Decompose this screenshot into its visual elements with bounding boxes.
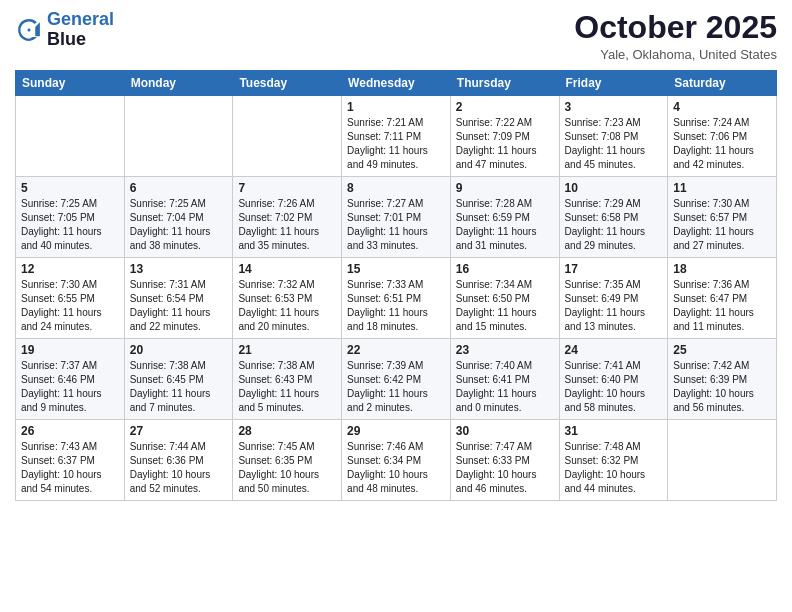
- table-cell: 31Sunrise: 7:48 AMSunset: 6:32 PMDayligh…: [559, 420, 668, 501]
- cell-info: Sunrise: 7:28 AMSunset: 6:59 PMDaylight:…: [456, 197, 554, 253]
- table-cell: 7Sunrise: 7:26 AMSunset: 7:02 PMDaylight…: [233, 177, 342, 258]
- day-number: 10: [565, 181, 663, 195]
- day-number: 19: [21, 343, 119, 357]
- cell-info: Sunrise: 7:34 AMSunset: 6:50 PMDaylight:…: [456, 278, 554, 334]
- table-cell: 25Sunrise: 7:42 AMSunset: 6:39 PMDayligh…: [668, 339, 777, 420]
- day-number: 29: [347, 424, 445, 438]
- table-cell: 1Sunrise: 7:21 AMSunset: 7:11 PMDaylight…: [342, 96, 451, 177]
- day-number: 26: [21, 424, 119, 438]
- cell-info: Sunrise: 7:46 AMSunset: 6:34 PMDaylight:…: [347, 440, 445, 496]
- col-thursday: Thursday: [450, 71, 559, 96]
- cell-info: Sunrise: 7:24 AMSunset: 7:06 PMDaylight:…: [673, 116, 771, 172]
- week-row-1: 1Sunrise: 7:21 AMSunset: 7:11 PMDaylight…: [16, 96, 777, 177]
- cell-info: Sunrise: 7:47 AMSunset: 6:33 PMDaylight:…: [456, 440, 554, 496]
- day-number: 27: [130, 424, 228, 438]
- cell-info: Sunrise: 7:25 AMSunset: 7:04 PMDaylight:…: [130, 197, 228, 253]
- cell-info: Sunrise: 7:30 AMSunset: 6:57 PMDaylight:…: [673, 197, 771, 253]
- month-title: October 2025: [574, 10, 777, 45]
- logo-text: General Blue: [47, 10, 114, 50]
- day-number: 25: [673, 343, 771, 357]
- table-cell: 15Sunrise: 7:33 AMSunset: 6:51 PMDayligh…: [342, 258, 451, 339]
- table-cell: 10Sunrise: 7:29 AMSunset: 6:58 PMDayligh…: [559, 177, 668, 258]
- table-cell: 22Sunrise: 7:39 AMSunset: 6:42 PMDayligh…: [342, 339, 451, 420]
- cell-info: Sunrise: 7:22 AMSunset: 7:09 PMDaylight:…: [456, 116, 554, 172]
- cell-info: Sunrise: 7:39 AMSunset: 6:42 PMDaylight:…: [347, 359, 445, 415]
- cell-info: Sunrise: 7:23 AMSunset: 7:08 PMDaylight:…: [565, 116, 663, 172]
- table-cell: 5Sunrise: 7:25 AMSunset: 7:05 PMDaylight…: [16, 177, 125, 258]
- cell-info: Sunrise: 7:27 AMSunset: 7:01 PMDaylight:…: [347, 197, 445, 253]
- header: General Blue October 2025 Yale, Oklahoma…: [15, 10, 777, 62]
- cell-info: Sunrise: 7:32 AMSunset: 6:53 PMDaylight:…: [238, 278, 336, 334]
- day-number: 30: [456, 424, 554, 438]
- day-number: 6: [130, 181, 228, 195]
- table-cell: 27Sunrise: 7:44 AMSunset: 6:36 PMDayligh…: [124, 420, 233, 501]
- day-number: 13: [130, 262, 228, 276]
- week-row-2: 5Sunrise: 7:25 AMSunset: 7:05 PMDaylight…: [16, 177, 777, 258]
- day-number: 1: [347, 100, 445, 114]
- cell-info: Sunrise: 7:41 AMSunset: 6:40 PMDaylight:…: [565, 359, 663, 415]
- table-cell: 2Sunrise: 7:22 AMSunset: 7:09 PMDaylight…: [450, 96, 559, 177]
- cell-info: Sunrise: 7:38 AMSunset: 6:43 PMDaylight:…: [238, 359, 336, 415]
- cell-info: Sunrise: 7:30 AMSunset: 6:55 PMDaylight:…: [21, 278, 119, 334]
- table-cell: 23Sunrise: 7:40 AMSunset: 6:41 PMDayligh…: [450, 339, 559, 420]
- table-cell: 9Sunrise: 7:28 AMSunset: 6:59 PMDaylight…: [450, 177, 559, 258]
- cell-info: Sunrise: 7:38 AMSunset: 6:45 PMDaylight:…: [130, 359, 228, 415]
- cell-info: Sunrise: 7:33 AMSunset: 6:51 PMDaylight:…: [347, 278, 445, 334]
- col-wednesday: Wednesday: [342, 71, 451, 96]
- location: Yale, Oklahoma, United States: [574, 47, 777, 62]
- day-number: 18: [673, 262, 771, 276]
- day-number: 16: [456, 262, 554, 276]
- logo-line1: General: [47, 9, 114, 29]
- table-cell: 12Sunrise: 7:30 AMSunset: 6:55 PMDayligh…: [16, 258, 125, 339]
- table-cell: [16, 96, 125, 177]
- week-row-3: 12Sunrise: 7:30 AMSunset: 6:55 PMDayligh…: [16, 258, 777, 339]
- page: General Blue October 2025 Yale, Oklahoma…: [0, 0, 792, 612]
- cell-info: Sunrise: 7:35 AMSunset: 6:49 PMDaylight:…: [565, 278, 663, 334]
- cell-info: Sunrise: 7:25 AMSunset: 7:05 PMDaylight:…: [21, 197, 119, 253]
- day-number: 7: [238, 181, 336, 195]
- table-cell: 3Sunrise: 7:23 AMSunset: 7:08 PMDaylight…: [559, 96, 668, 177]
- cell-info: Sunrise: 7:48 AMSunset: 6:32 PMDaylight:…: [565, 440, 663, 496]
- calendar-header-row: Sunday Monday Tuesday Wednesday Thursday…: [16, 71, 777, 96]
- table-cell: 21Sunrise: 7:38 AMSunset: 6:43 PMDayligh…: [233, 339, 342, 420]
- day-number: 28: [238, 424, 336, 438]
- day-number: 8: [347, 181, 445, 195]
- day-number: 5: [21, 181, 119, 195]
- table-cell: 24Sunrise: 7:41 AMSunset: 6:40 PMDayligh…: [559, 339, 668, 420]
- cell-info: Sunrise: 7:26 AMSunset: 7:02 PMDaylight:…: [238, 197, 336, 253]
- day-number: 4: [673, 100, 771, 114]
- day-number: 24: [565, 343, 663, 357]
- table-cell: 28Sunrise: 7:45 AMSunset: 6:35 PMDayligh…: [233, 420, 342, 501]
- table-cell: 29Sunrise: 7:46 AMSunset: 6:34 PMDayligh…: [342, 420, 451, 501]
- day-number: 9: [456, 181, 554, 195]
- cell-info: Sunrise: 7:21 AMSunset: 7:11 PMDaylight:…: [347, 116, 445, 172]
- col-monday: Monday: [124, 71, 233, 96]
- cell-info: Sunrise: 7:29 AMSunset: 6:58 PMDaylight:…: [565, 197, 663, 253]
- logo-line2: Blue: [47, 30, 114, 50]
- day-number: 21: [238, 343, 336, 357]
- cell-info: Sunrise: 7:45 AMSunset: 6:35 PMDaylight:…: [238, 440, 336, 496]
- day-number: 17: [565, 262, 663, 276]
- col-saturday: Saturday: [668, 71, 777, 96]
- table-cell: 17Sunrise: 7:35 AMSunset: 6:49 PMDayligh…: [559, 258, 668, 339]
- week-row-5: 26Sunrise: 7:43 AMSunset: 6:37 PMDayligh…: [16, 420, 777, 501]
- title-area: October 2025 Yale, Oklahoma, United Stat…: [574, 10, 777, 62]
- logo-icon: [15, 16, 43, 44]
- cell-info: Sunrise: 7:37 AMSunset: 6:46 PMDaylight:…: [21, 359, 119, 415]
- cell-info: Sunrise: 7:44 AMSunset: 6:36 PMDaylight:…: [130, 440, 228, 496]
- table-cell: 4Sunrise: 7:24 AMSunset: 7:06 PMDaylight…: [668, 96, 777, 177]
- table-cell: [124, 96, 233, 177]
- day-number: 11: [673, 181, 771, 195]
- logo: General Blue: [15, 10, 114, 50]
- week-row-4: 19Sunrise: 7:37 AMSunset: 6:46 PMDayligh…: [16, 339, 777, 420]
- col-friday: Friday: [559, 71, 668, 96]
- cell-info: Sunrise: 7:36 AMSunset: 6:47 PMDaylight:…: [673, 278, 771, 334]
- cell-info: Sunrise: 7:42 AMSunset: 6:39 PMDaylight:…: [673, 359, 771, 415]
- table-cell: 6Sunrise: 7:25 AMSunset: 7:04 PMDaylight…: [124, 177, 233, 258]
- day-number: 22: [347, 343, 445, 357]
- day-number: 31: [565, 424, 663, 438]
- table-cell: 18Sunrise: 7:36 AMSunset: 6:47 PMDayligh…: [668, 258, 777, 339]
- day-number: 23: [456, 343, 554, 357]
- table-cell: 13Sunrise: 7:31 AMSunset: 6:54 PMDayligh…: [124, 258, 233, 339]
- table-cell: 8Sunrise: 7:27 AMSunset: 7:01 PMDaylight…: [342, 177, 451, 258]
